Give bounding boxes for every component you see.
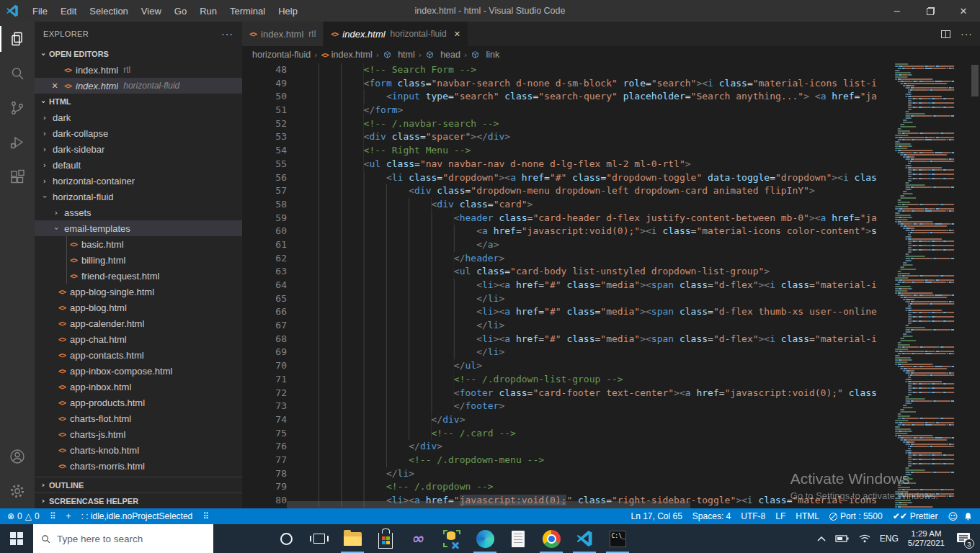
split-editor-icon[interactable]: [941, 30, 950, 38]
clock[interactable]: 1:29 AM 5/27/2021: [908, 529, 945, 549]
code-line[interactable]: 72<footer class="card-footer text-center…: [242, 387, 888, 400]
indentation[interactable]: Spaces: 4: [692, 511, 731, 521]
code-line[interactable]: 61</a>: [242, 238, 888, 252]
code-editor[interactable]: 48<!-- Search Form -->49<form class="nav…: [242, 63, 980, 508]
tree-file-charts-flot-html[interactable]: <>charts-flot.html: [35, 410, 242, 426]
breadcrumb-item-index-html[interactable]: <>index.html: [321, 50, 373, 60]
tree-file-billing-html[interactable]: <>billing.html: [35, 252, 242, 268]
code-line[interactable]: 60<a href="javascript:void(0);"><i class…: [242, 225, 888, 238]
code-line[interactable]: 53<div class="spacer"></div>: [242, 130, 888, 144]
tree-file-app-calender-html[interactable]: <>app-calender.html: [35, 315, 242, 331]
grid-status-icon[interactable]: ⠿: [50, 511, 56, 521]
tree-file-charts-knob-html[interactable]: <>charts-knob.html: [35, 442, 242, 458]
vertical-scrollbar[interactable]: [970, 63, 980, 508]
section-outline[interactable]: › OUTLINE: [35, 477, 242, 493]
open-editor-rtl[interactable]: <>index.htmlrtl: [35, 62, 242, 78]
visual-studio-button[interactable]: ∞: [402, 524, 435, 553]
menu-selection[interactable]: Selection: [83, 0, 134, 22]
section-folder-html[interactable]: › HTML: [35, 94, 242, 109]
add-status-icon[interactable]: +: [66, 511, 71, 521]
language-indicator[interactable]: ENG: [880, 534, 899, 544]
edge-button[interactable]: [468, 524, 502, 553]
code-line[interactable]: 67</li>: [242, 319, 888, 333]
chrome-button[interactable]: [535, 524, 568, 553]
tree-file-app-inbox-html[interactable]: <>app-inbox.html: [35, 379, 242, 395]
hidden-icons-chevron[interactable]: [817, 536, 826, 541]
close-editor-icon[interactable]: ✕: [48, 81, 62, 91]
code-line[interactable]: 56<li class="dropdown"><a href="#" class…: [242, 171, 888, 185]
tree-folder-horizontal-container[interactable]: ›horizontal-container: [35, 173, 242, 189]
breadcrumb-item-link[interactable]: link: [471, 50, 499, 60]
tree-folder-horizontal-fluid[interactable]: ›horizontal-fluid: [35, 189, 242, 204]
code-line[interactable]: 48<!-- Search Form -->: [242, 63, 888, 77]
search-icon[interactable]: [0, 56, 35, 91]
notifications-bell-icon[interactable]: [963, 512, 973, 521]
tree-file-basic-html[interactable]: <>basic.html: [35, 236, 242, 252]
vscode-taskbar-button[interactable]: [568, 524, 601, 553]
menu-terminal[interactable]: Terminal: [223, 0, 272, 22]
problems-status[interactable]: ⊗0 △0: [7, 511, 40, 521]
code-line[interactable]: 58<div class="card">: [242, 198, 888, 212]
feedback-icon[interactable]: ☺: [948, 511, 958, 522]
breadcrumb-item-html[interactable]: html: [383, 50, 415, 60]
cortana-button[interactable]: [270, 524, 303, 553]
tree-file-friend-request-html[interactable]: <>friend-request.html: [35, 268, 242, 284]
open-editor-horizontal-fluid[interactable]: ✕<>index.htmlhorizontal-fluid: [35, 78, 242, 94]
code-line[interactable]: 74</div>: [242, 413, 888, 427]
code-line[interactable]: 49<form class="navbar-search d-none d-sm…: [242, 77, 888, 91]
code-line[interactable]: 52<!-- /.navbar-search -->: [242, 117, 888, 131]
menu-view[interactable]: View: [135, 0, 168, 22]
code-line[interactable]: 59<header class="card-header d-flex just…: [242, 212, 888, 225]
more-actions-icon[interactable]: ···: [961, 28, 973, 40]
encoding[interactable]: UTF-8: [741, 511, 765, 521]
code-line[interactable]: 64<li><a href="#" class="media"><span cl…: [242, 279, 888, 292]
tree-file-app-contacts-html[interactable]: <>app-contacts.html: [35, 347, 242, 363]
language-mode[interactable]: HTML: [796, 511, 819, 521]
admin-tools-button[interactable]: [435, 524, 468, 553]
explorer-actions-icon[interactable]: ···: [221, 28, 233, 40]
menu-file[interactable]: File: [26, 0, 54, 22]
menu-help[interactable]: Help: [272, 0, 304, 22]
extensions-icon[interactable]: [0, 160, 35, 194]
tree-file-app-blog-html[interactable]: <>app-blog.html: [35, 300, 242, 315]
tree-file-charts-morris-html[interactable]: <>charts-morris.html: [35, 458, 242, 474]
breadcrumb-item-head[interactable]: head: [425, 50, 460, 60]
code-line[interactable]: 55<ul class="nav navbar-nav d-none d-lg-…: [242, 158, 888, 171]
code-line[interactable]: 57<div class="dropdown-menu dropdown-lef…: [242, 184, 888, 198]
minimize-button[interactable]: −: [881, 0, 914, 22]
settings-gear-icon[interactable]: [0, 474, 35, 508]
section-screencast-helper[interactable]: › SCREENCASE HELPER: [35, 493, 242, 508]
restore-button[interactable]: [914, 0, 947, 22]
code-line[interactable]: 71<!-- /.dropdown-list-group -->: [242, 373, 888, 387]
code-line[interactable]: 63<ul class="card-body list-unstyled dro…: [242, 265, 888, 279]
menu-go[interactable]: Go: [168, 0, 193, 22]
file-explorer-button[interactable]: [336, 524, 369, 553]
tree-folder-dark[interactable]: ›dark: [35, 109, 242, 125]
code-line[interactable]: 65</li>: [242, 292, 888, 306]
breadcrumb-item-horizontal-fluid[interactable]: horizontal-fluid: [252, 50, 311, 60]
code-line[interactable]: 51</form>: [242, 104, 888, 117]
code-line[interactable]: 66<li><a href="#" class="media"><span cl…: [242, 305, 888, 319]
tree-file-app-products-html[interactable]: <>app-products.html: [35, 395, 242, 410]
code-line[interactable]: 75<!-- /.card -->: [242, 427, 888, 441]
code-line[interactable]: 70</ul>: [242, 359, 888, 373]
code-line[interactable]: 78</li>: [242, 467, 888, 481]
code-line[interactable]: 73</footer>: [242, 400, 888, 413]
source-control-icon[interactable]: [0, 91, 35, 125]
close-button[interactable]: ✕: [947, 0, 980, 22]
code-line[interactable]: 68<li><a href="#" class="media"><span cl…: [242, 333, 888, 346]
tree-file-app-chat-html[interactable]: <>app-chat.html: [35, 331, 242, 347]
start-button[interactable]: [0, 524, 33, 553]
code-line[interactable]: 76</div>: [242, 440, 888, 454]
tree-folder-email-templates[interactable]: ›email-templates: [35, 220, 242, 236]
prettier-status[interactable]: ✔✔ Prettier: [893, 511, 938, 521]
horizontal-scrollbar[interactable]: [287, 501, 690, 508]
tree-folder-assets[interactable]: ›assets: [35, 204, 242, 220]
tree-file-app-blog-single-html[interactable]: <>app-blog-single.html: [35, 284, 242, 300]
code-line[interactable]: 54<!-- Right Menu -->: [242, 144, 888, 158]
microsoft-store-button[interactable]: [369, 524, 402, 553]
cursor-position[interactable]: Ln 17, Col 65: [631, 511, 682, 521]
taskbar-search-input[interactable]: [57, 534, 206, 544]
account-icon[interactable]: [0, 439, 35, 474]
section-open-editors[interactable]: › OPEN EDITORS: [35, 46, 242, 62]
